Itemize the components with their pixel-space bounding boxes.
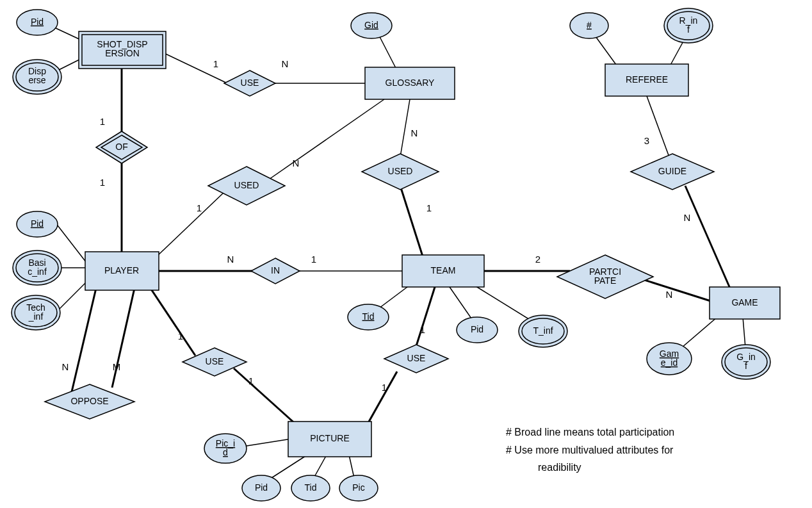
attr-game-id: Game_id xyxy=(647,343,692,375)
attr-pid-team: Pid xyxy=(457,317,498,343)
entity-referee: REFEREE xyxy=(605,64,688,96)
rel-use1-label: USE xyxy=(241,78,259,88)
card-use2-t: 1 xyxy=(178,331,183,341)
card-in-r: 1 xyxy=(311,254,316,265)
attr-disperse-label: Disperse xyxy=(28,66,46,85)
card-guide-t: 3 xyxy=(644,135,649,146)
card-use3-b: 1 xyxy=(382,382,387,393)
card-guide-b: N xyxy=(684,212,691,223)
card-part-r: N xyxy=(666,289,673,300)
entity-player-label: PLAYER xyxy=(104,265,139,275)
svg-line-30 xyxy=(234,368,298,426)
rel-use3-label: USE xyxy=(407,353,426,363)
svg-line-23 xyxy=(647,96,669,157)
attr-tid: Tid xyxy=(348,304,389,330)
svg-line-20 xyxy=(640,279,711,301)
svg-line-7 xyxy=(58,225,86,263)
rel-in-label: IN xyxy=(271,265,280,275)
attr-pid-sd: Pid xyxy=(17,10,58,35)
attr-pid-player-label: Pid xyxy=(31,218,44,229)
entity-referee-label: REFEREE xyxy=(626,74,668,85)
card-use1-r: N xyxy=(282,58,289,69)
rel-used1-label: USED xyxy=(234,180,259,190)
svg-line-9 xyxy=(58,282,86,311)
attr-gid: Gid xyxy=(351,13,392,38)
attr-pid-pic: Pid xyxy=(242,475,280,501)
card-used1-r: N xyxy=(293,158,300,168)
svg-line-28 xyxy=(112,288,134,388)
attr-t-inf: T_inf xyxy=(519,315,567,347)
attr-basic-inf-label: Basic_inf xyxy=(28,258,47,277)
entity-glossary: GLOSSARY xyxy=(365,67,455,99)
attr-ref-num-label: # xyxy=(587,20,592,30)
rel-oppose: OPPOSE xyxy=(45,384,134,419)
svg-line-29 xyxy=(150,288,195,356)
svg-line-31 xyxy=(416,285,435,346)
entity-game-label: GAME xyxy=(731,297,758,307)
rel-use3: USE xyxy=(384,345,448,373)
rel-guide: GUIDE xyxy=(631,154,714,190)
rel-participate: PARTCIPATE xyxy=(557,255,653,299)
card-use2-b: 1 xyxy=(248,375,254,386)
attr-game-id-label: Game_id xyxy=(660,348,679,368)
attr-tid-pic: Tid xyxy=(291,475,330,501)
entity-team: TEAM xyxy=(402,255,484,287)
attr-pid-pic-label: Pid xyxy=(255,482,268,493)
svg-line-24 xyxy=(685,186,730,288)
rel-oppose-label: OPPOSE xyxy=(70,396,108,406)
rel-of: OF xyxy=(96,131,147,163)
attr-g-inf: G_inf xyxy=(722,345,770,379)
svg-line-27 xyxy=(70,288,96,397)
entity-team-label: TEAM xyxy=(431,265,456,275)
attr-pid-sd-label: Pid xyxy=(31,17,44,27)
card-of-t: 1 xyxy=(100,116,105,127)
attr-tid-label: Tid xyxy=(362,311,375,322)
note-1: # Broad line means total participation xyxy=(506,427,674,438)
entity-shot-dispersion: SHOT_DISPERSION xyxy=(79,31,166,69)
svg-line-13 xyxy=(269,99,384,179)
rel-used1: USED xyxy=(208,167,285,205)
rel-guide-label: GUIDE xyxy=(658,166,686,176)
card-part-l: 2 xyxy=(535,254,540,265)
attr-t-inf-label: T_inf xyxy=(533,325,553,336)
card-used2-b: 1 xyxy=(426,202,432,213)
entity-picture-label: PICTURE xyxy=(310,433,349,443)
er-diagram: SHOT_DISPERSION GLOSSARY REFEREE PLAYER … xyxy=(0,0,812,508)
attr-basic-inf: Basic_inf xyxy=(13,250,61,285)
attr-tech-inf-label: Tech_inf xyxy=(26,302,45,322)
card-oppose-l: N xyxy=(62,361,69,372)
card-of-b: 1 xyxy=(100,177,105,188)
svg-line-12 xyxy=(157,192,224,256)
entity-player: PLAYER xyxy=(85,252,159,290)
attr-r-inf: R_inf xyxy=(664,8,713,43)
rel-used2: USED xyxy=(362,154,439,190)
attr-pid-team-label: Pid xyxy=(471,324,483,334)
entity-game: GAME xyxy=(710,287,780,319)
card-oppose-r: M xyxy=(113,361,121,372)
card-in-l: N xyxy=(227,254,234,265)
attr-ref-num: # xyxy=(570,13,608,38)
rel-in: IN xyxy=(251,258,300,284)
rel-use1: USE xyxy=(224,70,275,96)
rel-used2-label: USED xyxy=(388,166,413,176)
entity-picture: PICTURE xyxy=(288,422,371,457)
attr-tech-inf: Tech_inf xyxy=(12,295,60,330)
attr-pic-label: Pic xyxy=(352,482,364,493)
card-use3-t: 1 xyxy=(420,324,425,335)
entity-glossary-label: GLOSSARY xyxy=(386,78,435,88)
note-2: # Use more multivalued attributes for xyxy=(506,445,674,455)
svg-line-14 xyxy=(400,99,410,157)
rel-use2-label: USE xyxy=(206,356,224,366)
attr-pic: Pic xyxy=(339,475,378,501)
svg-line-15 xyxy=(400,186,423,256)
attr-gid-label: Gid xyxy=(364,20,378,30)
attr-tid-pic-label: Tid xyxy=(305,482,317,493)
card-use1-l: 1 xyxy=(213,58,218,69)
card-used1-l: 1 xyxy=(197,202,202,213)
attr-pic-id: Pic_id xyxy=(204,434,247,463)
note-3: readibility xyxy=(538,462,581,473)
card-used2-t: N xyxy=(411,127,418,138)
attr-disperse: Disperse xyxy=(13,60,61,94)
rel-of-label: OF xyxy=(115,142,127,152)
attr-pid-player: Pid xyxy=(17,211,58,237)
